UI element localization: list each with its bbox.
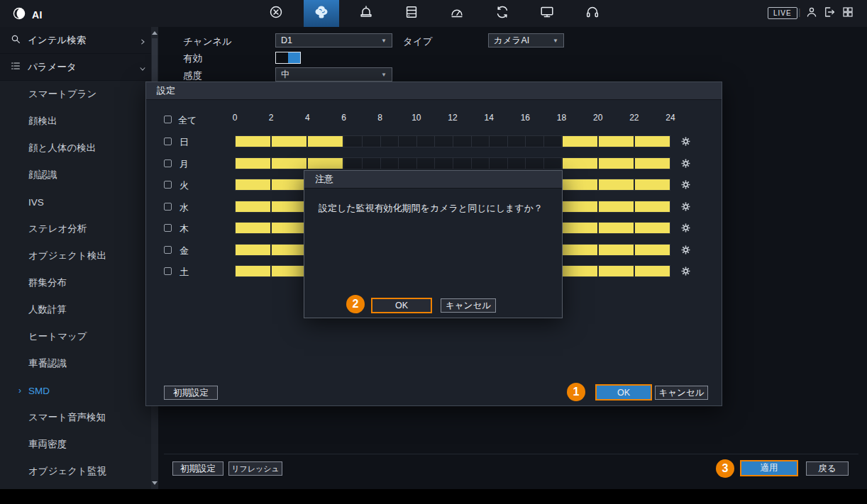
day-checkbox[interactable] — [164, 138, 172, 145]
apply-button[interactable]: 適用 — [740, 460, 798, 476]
schedule-segment[interactable] — [563, 245, 597, 255]
schedule-segment[interactable] — [635, 136, 670, 147]
schedule-segment[interactable] — [599, 223, 634, 233]
schedule-segment[interactable] — [308, 136, 343, 147]
day-checkbox[interactable] — [164, 224, 172, 232]
sidebar-item-6[interactable]: オブジェクト検出 — [0, 242, 155, 269]
live-badge[interactable]: LIVE — [768, 7, 797, 19]
schedule-segment[interactable] — [563, 179, 597, 190]
schedule-segment[interactable] — [563, 136, 597, 147]
gear-icon[interactable] — [680, 136, 692, 147]
tab-display[interactable] — [529, 0, 565, 27]
sidebar-item-2[interactable]: 顔と人体の検出 — [0, 135, 155, 162]
schedule-bar[interactable] — [235, 157, 670, 169]
tab-alarm[interactable] — [348, 0, 384, 27]
schedule-segment[interactable] — [635, 245, 670, 255]
schedule-segment[interactable] — [599, 136, 634, 147]
schedule-segment[interactable] — [236, 266, 270, 276]
tab-network[interactable] — [439, 0, 475, 27]
back-button[interactable]: 戻る — [806, 461, 849, 476]
schedule-segment[interactable] — [599, 201, 634, 212]
sidebar-item-4[interactable]: IVS — [0, 189, 155, 215]
sidebar-item-12[interactable]: スマート音声検知 — [0, 404, 155, 431]
channel-select[interactable]: D1 ▼ — [275, 33, 392, 47]
sidebar-item-0[interactable]: スマートプラン — [0, 81, 155, 108]
caution-ok-button[interactable]: OK — [371, 298, 432, 313]
schedule-segment[interactable] — [635, 223, 670, 233]
schedule-bar[interactable] — [235, 135, 670, 147]
scroll-down-arrow-icon[interactable] — [152, 481, 158, 485]
day-checkbox[interactable] — [164, 246, 172, 254]
gear-icon[interactable] — [680, 223, 692, 234]
schedule-segment[interactable] — [236, 158, 270, 169]
gear-icon[interactable] — [680, 179, 692, 191]
day-checkbox[interactable] — [164, 181, 172, 189]
tab-ai[interactable] — [304, 0, 339, 27]
footer-refresh-button[interactable]: リフレッシュ — [228, 461, 282, 476]
day-checkbox[interactable] — [164, 203, 172, 211]
sidebar-group-intel-search[interactable]: インテル検索 — [0, 27, 155, 54]
gear-icon[interactable] — [680, 201, 692, 213]
schedule-segment[interactable] — [599, 266, 634, 276]
schedule-segment[interactable] — [599, 245, 634, 255]
schedule-segment[interactable] — [563, 223, 597, 233]
tab-maintain[interactable] — [485, 0, 520, 27]
logout-icon[interactable] — [822, 6, 836, 21]
schedule-segment[interactable] — [635, 266, 670, 276]
schedule-segment[interactable] — [563, 266, 597, 276]
footer-default-button[interactable]: 初期設定 — [172, 461, 223, 476]
schedule-segment[interactable] — [563, 158, 597, 169]
tab-storage[interactable] — [394, 0, 429, 27]
sidebar-group-parameters[interactable]: パラメータ — [0, 54, 155, 81]
schedule-segment[interactable] — [236, 136, 270, 147]
channel-value: D1 — [281, 35, 292, 45]
gear-icon[interactable] — [680, 245, 692, 256]
sidebar-item-9[interactable]: ヒートマップ — [0, 323, 155, 350]
hour-label: 24 — [666, 113, 675, 123]
settings-ok-button[interactable]: OK — [595, 384, 652, 401]
tab-ai-search[interactable] — [258, 0, 294, 27]
sidebar-item-5[interactable]: ステレオ分析 — [0, 215, 155, 242]
type-select[interactable]: カメラAI ▼ — [488, 33, 564, 47]
sidebar-item-1[interactable]: 顔検出 — [0, 108, 155, 135]
scroll-up-arrow-icon[interactable] — [152, 31, 158, 35]
settings-cancel-button[interactable]: キャンセル — [655, 386, 708, 400]
sidebar-item-8[interactable]: 人数計算 — [0, 296, 155, 323]
schedule-segment[interactable] — [236, 179, 270, 190]
schedule-segment[interactable] — [635, 201, 670, 212]
schedule-segment[interactable] — [272, 201, 307, 212]
schedule-segment[interactable] — [236, 223, 270, 233]
caution-cancel-button[interactable]: キャンセル — [441, 298, 496, 313]
schedule-segment[interactable] — [272, 158, 307, 169]
sidebar-item-10[interactable]: 車番認識 — [0, 350, 155, 377]
sidebar-item-14[interactable]: オブジェクト監視 — [0, 458, 155, 485]
user-icon[interactable] — [805, 6, 819, 21]
schedule-segment[interactable] — [236, 245, 270, 255]
schedule-segment[interactable] — [272, 136, 307, 147]
settings-default-button[interactable]: 初期設定 — [164, 386, 218, 400]
schedule-segment[interactable] — [272, 179, 307, 190]
enabled-toggle[interactable] — [275, 52, 301, 64]
gear-icon[interactable] — [680, 158, 692, 169]
schedule-segment[interactable] — [599, 158, 634, 169]
schedule-segment[interactable] — [236, 201, 270, 212]
schedule-segment[interactable] — [272, 223, 307, 233]
sidebar-item-smd[interactable]: ›SMD — [0, 377, 155, 404]
schedule-segment[interactable] — [635, 158, 670, 169]
tab-audio[interactable] — [575, 0, 610, 27]
gear-icon[interactable] — [680, 266, 692, 277]
schedule-segment[interactable] — [272, 266, 307, 276]
day-checkbox[interactable] — [164, 267, 172, 275]
sidebar-item-3[interactable]: 顔認識 — [0, 162, 155, 189]
sidebar-item-7[interactable]: 群集分布 — [0, 269, 155, 296]
schedule-segment[interactable] — [563, 201, 597, 212]
schedule-segment[interactable] — [272, 245, 307, 255]
schedule-segment[interactable] — [635, 179, 670, 190]
day-checkbox[interactable] — [164, 159, 172, 167]
sidebar-item-13[interactable]: 車両密度 — [0, 431, 155, 458]
grid-icon[interactable] — [841, 6, 855, 21]
schedule-segment[interactable] — [599, 179, 634, 190]
sensitivity-select[interactable]: 中 ▼ — [275, 67, 392, 82]
schedule-segment[interactable] — [308, 158, 343, 169]
ai-icon — [313, 4, 330, 23]
